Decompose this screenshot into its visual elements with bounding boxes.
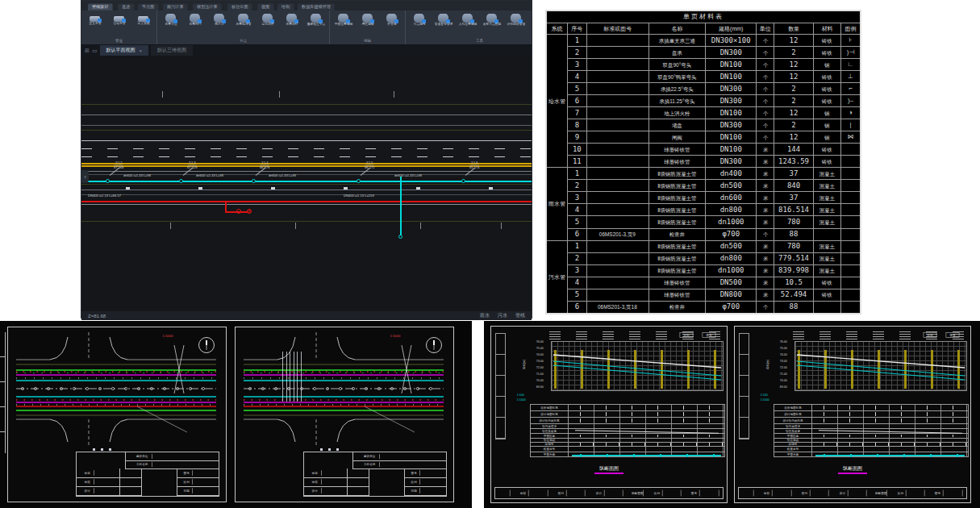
ribbon-button[interactable]: 识别现状管道 <box>504 12 528 36</box>
ribbon-tab-5[interactable]: 模型法计算 <box>193 4 222 11</box>
material-table-block: 单页材料表系统序号标准或图号名称规格(mm)单位数量材料图例给水管1承插单支承三… <box>545 10 861 314</box>
ribbon-tab-2[interactable]: 道路 <box>118 4 134 11</box>
bottom-bar-cell: 设计 <box>836 490 848 497</box>
titleblock-row: 日期 <box>404 486 446 496</box>
ribbon-tab-4[interactable]: 雨污计算 <box>163 4 188 11</box>
ribbon-tab-7[interactable]: 视图 <box>257 4 273 11</box>
elevation-tick: 72.00 <box>774 366 787 369</box>
table-row: 4球墨铸铁管DN500米10.5铸铁 <box>546 277 861 289</box>
view-tab-2[interactable]: 默认三维视图 <box>151 45 193 56</box>
table-cell <box>841 240 861 252</box>
canvas-line <box>81 189 532 190</box>
ribbon-tab-3[interactable]: 节点图 <box>138 4 159 11</box>
ribbon-button[interactable]: 属性编辑 <box>356 12 379 36</box>
canvas-line <box>81 201 532 202</box>
table-cell <box>815 302 840 314</box>
band-row-values <box>569 443 724 446</box>
band-row: 设计地面标高 <box>531 411 724 418</box>
titleblock-label: 建设单位 <box>360 454 380 459</box>
table-cell <box>841 289 861 301</box>
survey-mark <box>336 448 339 451</box>
table-cell <box>841 192 861 204</box>
pipe-node-circle[interactable] <box>106 179 110 183</box>
status-layer-toggle[interactable]: 管线 <box>515 312 525 319</box>
maximize-icon[interactable]: ▭ <box>92 48 98 53</box>
ribbon-button[interactable]: 人孔位置编辑 <box>456 12 479 36</box>
table-cell: )– <box>841 95 861 107</box>
north-compass-icon <box>198 337 215 353</box>
ribbon-button[interactable]: 节点编号 <box>407 12 431 36</box>
ribbon-button[interactable]: 重建独立节点 <box>304 12 327 36</box>
ribbon-button[interactable]: 雨水口 <box>207 12 231 36</box>
profile-data-band: 自然地面标高设计地面标高设计管内底标高管内底埋深管径及坡度平面距离管道基础井编号… <box>530 404 725 457</box>
table-row: 606MS201-3,页18检查井φ700个88 <box>546 301 861 314</box>
status-layer-toggle[interactable]: 雨水 <box>480 312 490 319</box>
ribbon-tab-8[interactable]: 绘制 <box>277 4 294 11</box>
pipe-node-circle[interactable] <box>357 179 361 183</box>
watermain-label: DN400 i=1.13 L=158 <box>344 194 374 198</box>
pipe-node-circle[interactable] <box>252 179 256 183</box>
layout-grid-icon[interactable]: ⊞ <box>85 48 90 53</box>
well-header-annotation <box>603 331 614 339</box>
well-header-annotation <box>709 331 720 339</box>
ribbon-button[interactable]: 布置阀门 <box>183 12 206 36</box>
table-cell: DN300 <box>706 95 757 107</box>
tool-cylinder-icon <box>362 14 373 23</box>
plan-road-drawing <box>244 332 444 445</box>
band-row-label: 管径及坡度 <box>542 430 557 433</box>
ribbon-button[interactable]: 布置节点 <box>159 12 182 36</box>
band-row-label: 平面距离 <box>787 435 799 438</box>
band-row: 检查井号 <box>531 447 724 452</box>
ribbon-button[interactable]: 定义管线 <box>131 12 155 36</box>
ribbon-button-label: 平面位置编辑 <box>334 23 352 26</box>
table-cell: 钢 <box>815 131 840 143</box>
table-cell: 铸铁 <box>815 289 840 301</box>
ribbon-button[interactable]: 更新模型 <box>528 12 532 36</box>
ribbon-button-label: 属性编辑 <box>361 23 373 26</box>
ribbon-group-label: 节点 <box>180 39 307 45</box>
table-row: 2Ⅱ级钢筋混凝土管dn500米840混凝土 <box>546 180 861 192</box>
ribbon-button[interactable]: 布置预埋管 <box>231 12 255 36</box>
table-title: 单页材料表 <box>546 10 861 23</box>
panel-collapse-arrow[interactable]: ‹ <box>81 170 89 183</box>
profile-sheet-2: 比例图号 76.0075.0074.0073.0072.0071.0070.00… <box>734 326 971 503</box>
ribbon-tab-6[interactable]: 标注出图 <box>227 4 252 11</box>
ribbon-button[interactable]: 定沉泥井 <box>256 12 279 36</box>
ribbon-button[interactable]: 更新节点模型 <box>480 12 503 36</box>
band-row: 设计地面标高 <box>774 411 968 418</box>
ribbon-button[interactable]: 平面位置编辑 <box>332 12 355 36</box>
pipe-node-circle[interactable] <box>179 179 183 183</box>
node-annotation: YJ-466.676 <box>260 161 269 169</box>
profile-sheet-1: 比例图号 76.0075.0074.0073.0072.0071.0070.00… <box>490 326 728 503</box>
band-row-values <box>812 429 968 433</box>
pipe-node-circle[interactable] <box>461 179 465 183</box>
canvas-line <box>81 171 532 172</box>
table-cell: )⊣ <box>841 47 861 59</box>
table-cell: 检查井 <box>651 302 703 314</box>
table-row: 5承插22.5°弯头DN300个2铸铁⌐ <box>546 83 861 95</box>
status-layer-toggle[interactable]: 污水 <box>498 312 507 319</box>
elevation-tick: 76.00 <box>531 340 544 344</box>
ribbon-button[interactable]: 交互布管 <box>83 12 106 36</box>
well-header-annotation <box>926 331 937 339</box>
ribbon-button[interactable]: 布置路灯 <box>280 12 303 36</box>
ribbon-button[interactable]: 自动布管 <box>107 12 131 36</box>
band-row-values <box>812 424 968 428</box>
table-cell: 1 <box>567 35 586 47</box>
drawing-canvas[interactable]: YJ-267.368YJ-367.029YJ-466.676YJ-566.172… <box>81 56 532 311</box>
band-row: 设计管内底标高 <box>774 418 968 424</box>
ribbon-tab-9[interactable]: 数据库建模管理 <box>298 4 335 11</box>
watermain-label: DN400 i=1.13 L=94.57 <box>88 194 121 198</box>
table-cell: 2 <box>774 83 813 95</box>
view-tab-1[interactable]: 默认平面视图× <box>100 45 149 56</box>
ribbon-button[interactable]: 管道桩号管理 <box>432 12 455 36</box>
titleblock-label: 日期 <box>181 488 193 493</box>
ribbon-tab-1[interactable]: 管线设计 <box>88 4 113 11</box>
close-icon[interactable]: × <box>140 48 143 53</box>
elevation-tick: 71.00 <box>774 373 787 376</box>
table-cell: DN300 <box>706 83 757 95</box>
table-cell: 4 <box>567 71 586 83</box>
band-row-label: 管内底埋深 <box>786 425 800 428</box>
table-cell: 10.5 <box>774 277 813 289</box>
ribbon-button[interactable]: 井替换 <box>380 12 403 36</box>
